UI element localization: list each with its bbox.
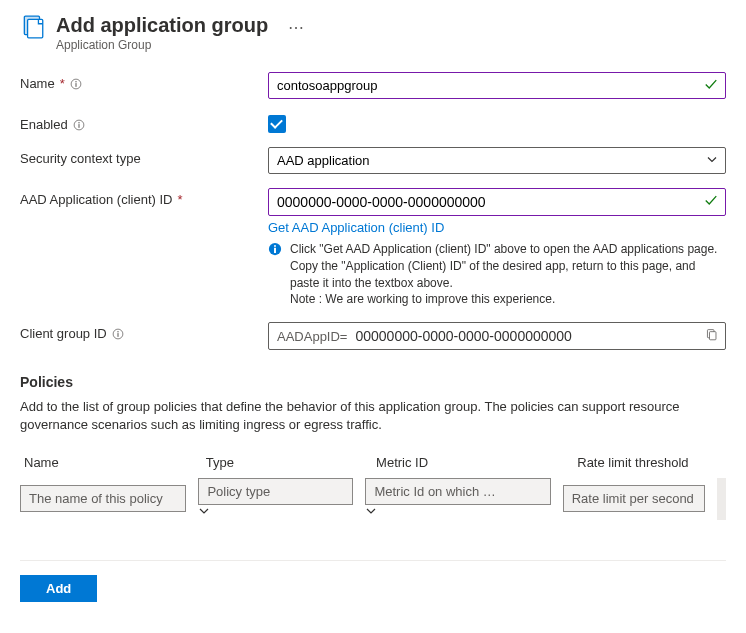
col-header-name: Name bbox=[24, 455, 194, 470]
policies-description: Add to the list of group policies that d… bbox=[20, 398, 726, 434]
policies-title: Policies bbox=[20, 374, 726, 390]
svg-rect-10 bbox=[274, 248, 276, 253]
info-icon bbox=[268, 241, 282, 308]
aad-help-text: Click "Get AAD Application (client) ID" … bbox=[290, 241, 726, 308]
app-group-icon bbox=[20, 14, 46, 43]
name-label: Name * bbox=[20, 72, 268, 91]
client-group-id-value: 00000000-0000-0000-0000000000 bbox=[355, 328, 571, 344]
svg-point-6 bbox=[78, 122, 79, 123]
more-actions-button[interactable]: ⋯ bbox=[288, 20, 304, 36]
copy-icon[interactable] bbox=[705, 328, 718, 344]
aad-app-id-input[interactable] bbox=[268, 188, 726, 216]
security-context-label: Security context type bbox=[20, 147, 268, 166]
svg-rect-13 bbox=[117, 333, 118, 337]
svg-point-12 bbox=[117, 331, 118, 332]
chevron-down-icon bbox=[706, 153, 718, 168]
footer-divider bbox=[20, 560, 726, 561]
enabled-checkbox[interactable] bbox=[268, 115, 286, 133]
page-header: Add application group Application Group … bbox=[20, 14, 726, 52]
col-header-metric: Metric ID bbox=[376, 455, 565, 470]
svg-point-9 bbox=[274, 245, 276, 247]
check-icon bbox=[704, 77, 718, 94]
required-mark: * bbox=[177, 192, 182, 207]
info-icon[interactable] bbox=[70, 78, 82, 90]
required-mark: * bbox=[60, 76, 65, 91]
security-context-select[interactable]: AAD application bbox=[268, 147, 726, 174]
policy-metric-select[interactable]: Metric Id on which … bbox=[365, 478, 550, 505]
svg-rect-7 bbox=[78, 124, 79, 128]
policy-name-input[interactable] bbox=[20, 485, 186, 512]
check-icon bbox=[704, 194, 718, 211]
col-header-type: Type bbox=[206, 455, 364, 470]
policy-type-select[interactable]: Policy type bbox=[198, 478, 353, 505]
policies-table-header: Name Type Metric ID Rate limit threshold bbox=[20, 455, 726, 470]
policies-input-row: Policy type Metric Id on which … bbox=[20, 478, 726, 520]
col-header-rate: Rate limit threshold bbox=[577, 455, 722, 470]
chevron-down-icon bbox=[198, 505, 210, 520]
chevron-down-icon bbox=[365, 505, 377, 520]
client-group-id-label: Client group ID bbox=[20, 322, 268, 341]
page-subtitle: Application Group bbox=[56, 38, 268, 52]
add-button[interactable]: Add bbox=[20, 575, 97, 602]
row-end-spacer bbox=[717, 478, 726, 520]
svg-rect-4 bbox=[75, 83, 76, 87]
get-aad-app-id-link[interactable]: Get AAD Application (client) ID bbox=[268, 220, 444, 235]
info-icon[interactable] bbox=[73, 119, 85, 131]
info-icon[interactable] bbox=[112, 328, 124, 340]
svg-point-3 bbox=[75, 81, 76, 82]
svg-rect-1 bbox=[28, 19, 43, 37]
svg-rect-15 bbox=[709, 332, 716, 340]
page-title: Add application group bbox=[56, 14, 268, 37]
client-group-id-field: AADAppID= 00000000-0000-0000-0000000000 bbox=[268, 322, 726, 350]
aad-app-id-label: AAD Application (client) ID * bbox=[20, 188, 268, 207]
enabled-label: Enabled bbox=[20, 113, 268, 132]
name-input[interactable] bbox=[268, 72, 726, 99]
client-group-id-prefix: AADAppID= bbox=[277, 329, 347, 344]
policy-rate-input[interactable] bbox=[563, 485, 705, 512]
